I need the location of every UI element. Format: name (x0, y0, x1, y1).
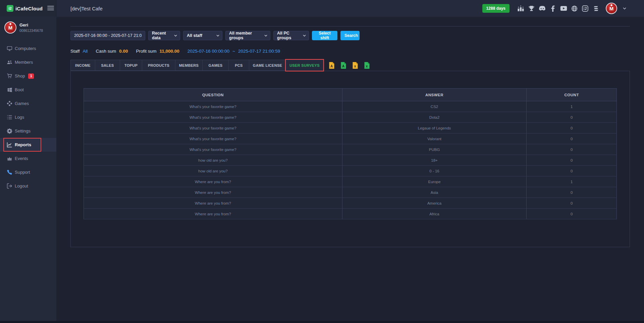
ranking-icon[interactable] (517, 5, 524, 12)
chevron-down-icon (264, 35, 267, 37)
sidebar-item-settings[interactable]: Settings (0, 124, 56, 138)
sidebar-item-label: Computers (15, 46, 36, 51)
tab-games[interactable]: GAMES (202, 60, 229, 71)
tab-members[interactable]: MEMBERS (175, 60, 203, 71)
tab-user-surveys[interactable]: USER SURVEYS (286, 60, 323, 71)
layers-icon[interactable] (592, 5, 599, 12)
table-row: how old are you?18+0 (84, 155, 617, 166)
facebook-icon[interactable] (549, 5, 556, 12)
table-cell-question: Where are you from? (84, 198, 342, 209)
shop-count-badge: 1 (28, 73, 34, 79)
sidebar-menu: ComputersMembersShop1BootGamesLogsSettin… (0, 42, 56, 193)
export-pdf-green-icon[interactable]: A (340, 62, 346, 69)
date-range-input[interactable] (70, 31, 145, 40)
staff-value[interactable]: All (83, 49, 88, 54)
sidebar: M Geri 008612345678 ComputersMembersShop… (0, 17, 56, 323)
sidebar-item-members[interactable]: Members (0, 55, 56, 69)
discord-icon[interactable] (539, 5, 546, 12)
range-separator: ~ (232, 49, 235, 54)
table-cell-question: What's your favorite game? (84, 101, 342, 112)
data-mode-select[interactable]: Recent data (148, 31, 180, 40)
tab-income[interactable]: INCOME (70, 60, 95, 71)
table-cell-answer: Africa (342, 209, 527, 219)
tab-pcs[interactable]: PCS (228, 60, 249, 71)
tab-sales[interactable]: SALES (95, 60, 120, 71)
header-divider (70, 26, 630, 26)
tab-topup[interactable]: TOPUP (120, 60, 142, 71)
main-content: Recent data All staff All member groups … (56, 17, 644, 323)
logs-icon (7, 114, 12, 120)
table-cell-answer: Valorant (342, 133, 527, 144)
filter-bar: Recent data All staff All member groups … (70, 31, 360, 40)
topbar: i2 iCafeCloud [dev]Test Cafe 1288 days M (0, 0, 644, 17)
icafecloud-mark-icon[interactable] (582, 5, 589, 12)
column-header-count: COUNT (527, 89, 617, 101)
sidebar-item-games[interactable]: Games (0, 97, 56, 110)
member-group-select[interactable]: All member groups (225, 31, 270, 40)
chevron-down-icon[interactable] (621, 5, 628, 12)
export-pdf-yellow-icon[interactable]: A (329, 62, 334, 69)
table-row: Where are you from?Asia0 (84, 187, 617, 198)
sidebar-item-shop[interactable]: Shop1 (0, 69, 56, 83)
table-row: Where are you from?Africa0 (84, 209, 617, 219)
sidebar-item-logout[interactable]: Logout (0, 179, 56, 193)
export-excel-yellow-icon[interactable]: x (352, 62, 358, 69)
pc-group-select[interactable]: All PC groups (273, 31, 309, 40)
youtube-icon[interactable] (560, 5, 567, 12)
subscription-days-badge[interactable]: 1288 days (482, 4, 509, 13)
tab-game-license[interactable]: GAME LICENSE (249, 60, 286, 71)
user-name: Geri (19, 22, 43, 28)
chevron-down-icon (174, 35, 177, 37)
column-header-question: QUESTION (84, 89, 342, 101)
sidebar-item-support[interactable]: Support (0, 165, 56, 179)
table-cell-count: 1 (527, 101, 617, 112)
table-cell-answer: Europe (342, 176, 527, 187)
globe-icon[interactable] (571, 5, 578, 12)
sidebar-item-label: Logout (15, 183, 28, 189)
survey-table: QUESTIONANSWERCOUNT What's your favorite… (84, 88, 617, 219)
brand-name: iCafeCloud (15, 6, 43, 11)
search-button[interactable]: Search (340, 31, 360, 40)
data-mode-value: Recent data (152, 31, 172, 40)
table-row: Where are you from?Europe1 (84, 176, 617, 187)
table-cell-count: 0 (527, 155, 617, 166)
sidebar-item-reports[interactable]: Reports (0, 138, 56, 152)
sidebar-item-logs[interactable]: Logs (0, 110, 56, 124)
select-shift-button[interactable]: Select shift (312, 31, 337, 40)
table-cell-question: Where are you from? (84, 176, 342, 187)
sidebar-item-boot[interactable]: Boot (0, 83, 56, 97)
crown-icon (7, 156, 12, 161)
trophy-icon[interactable] (528, 5, 535, 12)
brand: i2 iCafeCloud (0, 0, 56, 17)
sidebar-item-computers[interactable]: Computers (0, 42, 56, 55)
sidebar-item-label: Settings (15, 128, 31, 133)
table-cell-question: Where are you from? (84, 187, 342, 198)
table-cell-question: What's your favorite game? (84, 123, 342, 133)
table-cell-question: What's your favorite game? (84, 133, 342, 144)
sidebar-user-avatar: M (4, 21, 16, 34)
icafecloud-logo-icon: i2 (7, 5, 13, 12)
report-panel: QUESTIONANSWERCOUNT What's your favorite… (70, 71, 630, 247)
user-phone: 008612345678 (19, 29, 43, 33)
table-cell-answer: PUBG (342, 144, 527, 155)
table-cell-question: Where are you from? (84, 209, 342, 219)
user-avatar[interactable]: M (606, 3, 617, 14)
table-cell-question: how old are you? (84, 166, 342, 176)
hamburger-menu-button[interactable] (47, 6, 54, 11)
sidebar-item-label: Support (15, 170, 30, 175)
table-cell-question: how old are you? (84, 155, 342, 166)
table-cell-answer: 18+ (342, 155, 527, 166)
cafe-name: [dev]Test Cafe (70, 6, 103, 11)
sidebar-item-label: Events (15, 156, 28, 161)
export-excel-green-icon[interactable]: x (364, 62, 370, 69)
staff-select[interactable]: All staff (183, 31, 222, 40)
table-cell-count: 0 (527, 209, 617, 219)
table-cell-count: 0 (527, 144, 617, 155)
pc-group-value: All PC groups (277, 31, 301, 40)
tab-products[interactable]: PRODUCTS (142, 60, 175, 71)
table-row: What's your favorite game?Valorant0 (84, 133, 617, 144)
table-cell-count: 0 (527, 187, 617, 198)
table-row: What's your favorite game?Legaue of Lege… (84, 123, 617, 133)
sidebar-item-events[interactable]: Events (0, 152, 56, 165)
svg-text:x: x (366, 64, 368, 68)
